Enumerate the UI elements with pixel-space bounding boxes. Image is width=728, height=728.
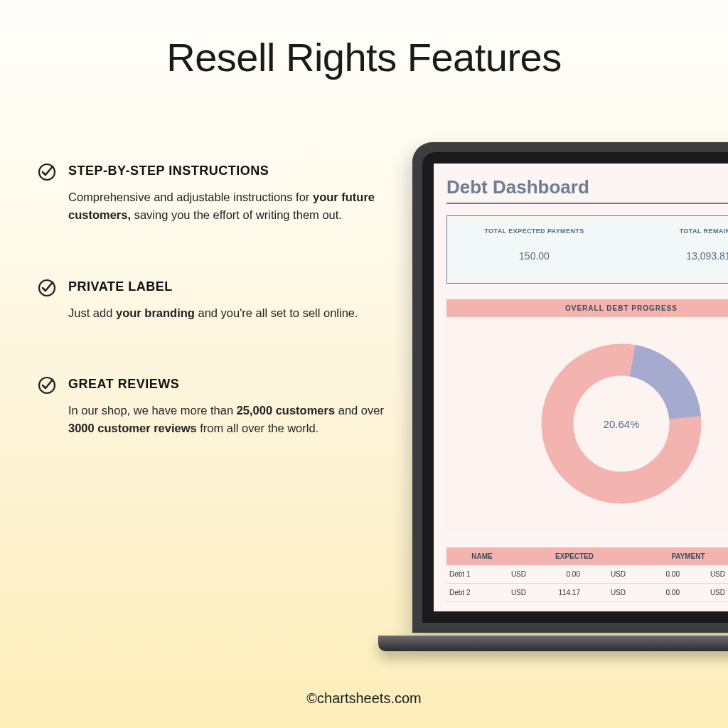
stat-expected: TOTAL EXPECTED PAYMENTS 150.00: [447, 216, 621, 283]
stat-value: 150.00: [447, 250, 621, 262]
chart-title: OVERALL DEBT PROGRESS: [446, 299, 728, 317]
th-name: NAME: [446, 547, 518, 565]
feature-heading: PRIVATE LABEL: [68, 279, 392, 294]
check-icon: [37, 375, 57, 398]
stat-box: TOTAL EXPECTED PAYMENTS 150.00 TOTAL REM…: [446, 215, 728, 284]
stat-remaining: TOTAL REMAININ 13,093.81: [621, 216, 728, 283]
feature-body: In our shop, we have more than 25,000 cu…: [68, 402, 392, 437]
page-title: Resell Rights Features: [0, 0, 728, 80]
check-icon: [37, 162, 57, 185]
chart-card: OVERALL DEBT PROGRESS 20.64%: [446, 299, 728, 530]
divider: [446, 203, 728, 204]
table-row: Debt 1 USD 0.00 USD 0.00 USD: [446, 565, 728, 584]
feature-list: STEP-BY-STEP INSTRUCTIONS Comprehensive …: [37, 164, 392, 493]
feature-heading: GREAT REVIEWS: [68, 377, 392, 392]
footer-credit: ©chartsheets.com: [0, 690, 728, 707]
laptop-base: [378, 636, 728, 651]
stat-label: TOTAL EXPECTED PAYMENTS: [447, 228, 621, 235]
feature-body: Just add your branding and you're all se…: [68, 304, 392, 322]
table-header: NAME EXPECTED PAYMENT: [446, 547, 728, 565]
donut-center-label: 20.64%: [604, 418, 640, 430]
laptop-screen: Debt Dashboard TOTAL EXPECTED PAYMENTS 1…: [422, 152, 728, 623]
laptop-mockup: Debt Dashboard TOTAL EXPECTED PAYMENTS 1…: [412, 142, 728, 654]
stat-value: 13,093.81: [621, 250, 728, 262]
feature-instructions: STEP-BY-STEP INSTRUCTIONS Comprehensive …: [37, 164, 392, 224]
donut-chart: 20.64%: [446, 317, 728, 530]
feature-heading: STEP-BY-STEP INSTRUCTIONS: [68, 164, 392, 178]
th-expected: EXPECTED: [518, 547, 631, 565]
debt-dashboard: Debt Dashboard TOTAL EXPECTED PAYMENTS 1…: [434, 164, 728, 611]
dashboard-title: Debt Dashboard: [446, 176, 728, 198]
stat-label: TOTAL REMAININ: [621, 228, 728, 235]
th-payment: PAYMENT: [631, 547, 728, 565]
feature-reviews: GREAT REVIEWS In our shop, we have more …: [37, 377, 392, 437]
debt-table: NAME EXPECTED PAYMENT Debt 1 USD 0.00 US…: [446, 547, 728, 602]
feature-body: Comprehensive and adjustable instruction…: [68, 188, 392, 224]
feature-private-label: PRIVATE LABEL Just add your branding and…: [37, 279, 392, 322]
laptop-body: Debt Dashboard TOTAL EXPECTED PAYMENTS 1…: [412, 142, 728, 633]
check-icon: [37, 278, 57, 301]
table-row: Debt 2 USD 114.17 USD 0.00 USD: [446, 584, 728, 602]
